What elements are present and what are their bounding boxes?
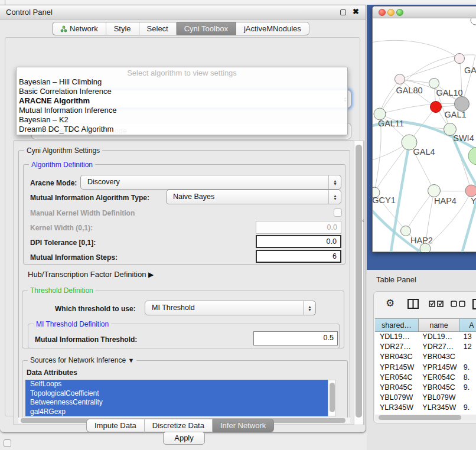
table-cell: 9. [460,383,476,393]
table-row[interactable]: YBR043CYBR043C [375,352,476,362]
scrollbar-thumb[interactable] [356,145,362,418]
tab-discretize-data[interactable]: Discretize Data [145,419,213,432]
scrollbar-thumb[interactable] [379,415,461,420]
table-cell: YDL19… [419,332,459,342]
tab-infer-network[interactable]: Infer Network [213,419,274,432]
network-window-titlebar[interactable] [373,6,476,18]
toolbox-tab-bar: NetworkStyleSelectCyni ToolboxjActiveMNo… [52,22,309,35]
network-node-yo[interactable] [465,185,476,197]
network-node-label: GCY1 [373,195,396,205]
network-node-gal10[interactable] [429,79,439,89]
aracne-mode-combo[interactable]: Discovery ▲▼ [80,175,341,190]
minimize-traffic-light-icon[interactable] [387,9,395,16]
data-attribute-item[interactable]: BetweennessCentrality [25,398,328,407]
network-node-label: YO [471,196,476,206]
sources-title-label: Sources for Network Inference [30,356,126,364]
table-row[interactable]: YDR27…YDR27…12 [375,342,476,352]
dropdown-placeholder: Select algorithm to view settings [17,69,347,77]
network-edge[interactable] [406,191,434,231]
mi-type-combo[interactable]: Naive Bayes ▲▼ [166,190,341,204]
network-edge[interactable] [373,40,459,58]
table-row[interactable]: YBR045CYBR045C9. [375,383,476,393]
network-node[interactable] [468,147,476,165]
algorithm-option[interactable]: Bayesian – K2 [17,115,347,125]
network-node-hap4[interactable] [428,185,441,197]
control-panel-titlebar[interactable]: Control Panel ✖ [0,5,366,19]
table-cell: 9. [460,403,476,413]
table-horizontal-scrollbar[interactable] [375,415,476,420]
tab-label: Infer Network [220,421,266,430]
algorithm-option[interactable]: Mutual Information Inference [17,106,347,115]
page-title: Control Panel [6,8,53,17]
document-icon[interactable] [472,298,476,310]
network-canvas[interactable]: GAL7GAL80GAL10GAL1GAL11SWI4GAL4GCY1HAP4Y… [373,18,476,252]
close-traffic-light-icon[interactable] [379,9,386,16]
network-node-gal1[interactable] [431,102,442,113]
network-node-gal11[interactable] [374,108,386,120]
network-node[interactable] [471,18,476,25]
panel-resize-grip[interactable]: ‹ [362,217,364,224]
table-cell [460,352,476,362]
algorithm-option[interactable]: Basic Correlation Inference [17,87,347,96]
data-attribute-item[interactable]: SelfLoops [25,380,328,389]
scrollbar-thumb[interactable] [330,383,335,412]
gear-icon[interactable]: ⚙ [386,297,395,309]
tab-select[interactable]: Select [139,22,177,35]
data-attribute-item[interactable]: gal4RGexp [25,407,328,417]
split-columns-icon[interactable] [407,298,420,310]
algorithm-option[interactable]: ARACNE Algorithm [17,96,347,106]
float-window-icon[interactable] [340,9,346,15]
dpi-tolerance-field[interactable]: 0.0 [256,235,341,248]
node-table: shared…nameA YDL19…YDL19…13YDR27…YDR27…1… [375,318,476,420]
network-node-hap2[interactable] [401,226,411,236]
tab-cyni-toolbox[interactable]: Cyni Toolbox [177,22,236,35]
network-edge[interactable] [400,58,459,79]
hub-definition-toggle[interactable]: Hub/Transcription Factor Definition ▶ [28,270,154,279]
dock-panel-icon[interactable] [4,439,11,447]
mi-steps-field[interactable]: 6 [256,250,341,263]
table-row[interactable]: YLR345WYLR345W9. [375,403,476,413]
network-node[interactable] [455,97,470,112]
data-attribute-item[interactable]: TopologicalCoefficient [25,389,328,399]
settings-vertical-scrollbar[interactable] [354,141,364,425]
mi-type-value: Naive Bayes [173,193,214,201]
triangle-down-icon: ▼ [128,357,134,364]
table-cell: YER054C [419,373,459,383]
table-row[interactable]: YER054CYER054C8. [375,373,476,383]
attributes-list-scrollbar[interactable] [328,380,336,416]
column-header[interactable]: A [459,319,476,331]
mi-threshold-field[interactable]: 0.5 [253,331,338,345]
algorithm-option[interactable]: Bayesian – Hill Climbing [17,77,347,87]
unchecked-columns-icon[interactable] [451,301,466,308]
network-node-label: GAL80 [396,86,422,95]
which-threshold-combo[interactable]: MI Threshold ▲▼ [145,301,316,315]
checked-columns-icon[interactable] [429,301,444,308]
control-panel-window: Control Panel ✖ NetworkStyleSelectCyni T… [0,5,366,433]
table-row[interactable]: YBL079WYBL079W [375,393,476,403]
network-view-window: GAL7GAL80GAL10GAL1GAL11SWI4GAL4GCY1HAP4Y… [372,6,476,252]
infer-network-tab-content: Inference Algorithm ▲▼ gal-filtered sif … [5,37,360,416]
table-header-row: shared…nameA [375,319,476,332]
network-node-gal80[interactable] [395,74,405,84]
tab-jactivemnodules[interactable]: jActiveMNodules [236,22,309,35]
apply-button[interactable]: Apply [163,432,205,445]
zoom-traffic-light-icon[interactable] [396,9,403,16]
tab-label: Select [147,24,168,33]
network-node-gal7[interactable] [455,54,465,64]
aracne-mode-label: Aracne Mode: [30,179,77,187]
network-node-label: GAL11 [378,119,404,128]
table-row[interactable]: YDL19…YDL19…13 [375,332,476,342]
tab-impute-data[interactable]: Impute Data [86,419,145,432]
close-icon[interactable]: ✖ [353,7,359,16]
column-header[interactable]: name [419,319,459,331]
table-row[interactable]: YPR145WYPR145W9. [375,363,476,373]
tab-label: Impute Data [94,421,136,430]
table-cell: YER054C [375,373,419,383]
tab-network[interactable]: Network [52,22,106,35]
kernel-width-field[interactable]: 0.0 [256,221,341,234]
tab-style[interactable]: Style [106,22,139,35]
column-header[interactable]: shared… [375,319,419,331]
manual-kernel-checkbox[interactable] [334,208,342,217]
sources-group-title[interactable]: Sources for Network Inference ▼ [28,356,136,364]
algorithm-option[interactable]: Dream8 DC_TDC Algorithm [17,125,347,134]
